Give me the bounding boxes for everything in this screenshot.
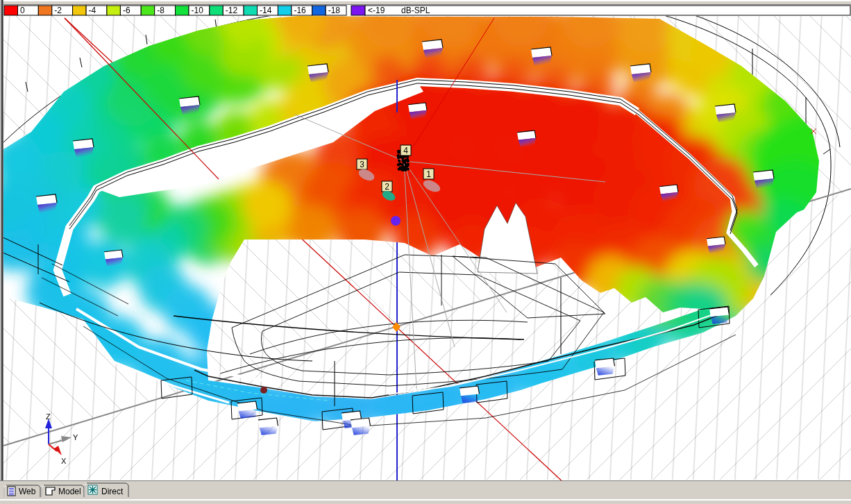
svg-text:-2: -2 [54, 6, 62, 15]
svg-text:dB-SPL: dB-SPL [401, 6, 430, 15]
svg-text:-4: -4 [89, 6, 96, 15]
svg-text:Z: Z [46, 412, 51, 421]
svg-text:-14: -14 [260, 6, 272, 15]
svg-text:-10: -10 [192, 6, 204, 15]
svg-text:-18: -18 [328, 6, 341, 15]
svg-text:-16: -16 [294, 6, 306, 15]
svg-text:-12: -12 [226, 6, 238, 15]
svg-text:2: 2 [385, 182, 389, 192]
svg-text:-8: -8 [157, 6, 165, 15]
svg-text:<-19: <-19 [368, 6, 385, 15]
svg-text:1: 1 [426, 169, 431, 179]
svg-text:3: 3 [360, 160, 364, 169]
svg-text:Web: Web [19, 487, 36, 496]
svg-text:X: X [61, 457, 67, 465]
svg-text:-6: -6 [123, 6, 130, 15]
svg-text:4: 4 [403, 146, 408, 156]
svg-text:0: 0 [20, 6, 25, 15]
svg-text:Model: Model [58, 487, 81, 496]
svg-text:Direct: Direct [101, 487, 124, 496]
svg-text:Y: Y [73, 433, 78, 442]
